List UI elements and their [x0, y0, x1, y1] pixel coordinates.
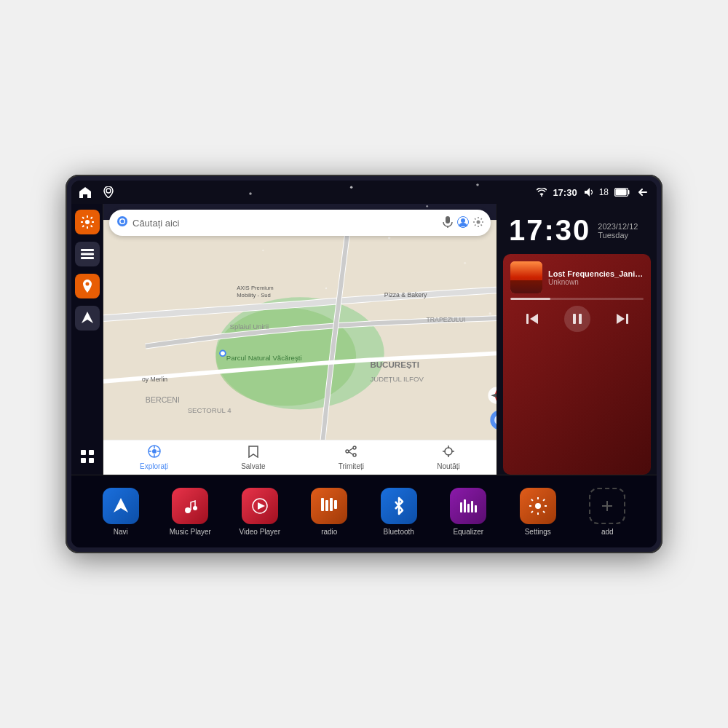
app-navi[interactable]: Navi — [99, 488, 143, 536]
svg-rect-34 — [446, 216, 450, 223]
map-status-icon[interactable] — [100, 184, 116, 200]
back-icon[interactable] — [636, 186, 648, 198]
add-icon-bg — [589, 488, 625, 524]
mic-icon[interactable] — [443, 216, 453, 230]
svg-rect-71 — [464, 499, 466, 513]
svg-rect-4 — [81, 249, 94, 251]
svg-rect-59 — [626, 314, 628, 324]
app-equalizer[interactable]: Equalizer — [446, 488, 490, 536]
sidebar-files[interactable] — [75, 242, 100, 266]
sidebar-grid[interactable] — [75, 444, 100, 469]
svg-text:JUDEȚUL ILFOV: JUDEȚUL ILFOV — [370, 375, 424, 383]
google-maps-icon — [116, 215, 128, 230]
svg-point-75 — [535, 503, 541, 509]
svg-rect-73 — [471, 501, 473, 513]
svg-text:Mobility - Sud: Mobility - Sud — [237, 292, 271, 298]
apps-row: Navi Music Player — [71, 475, 657, 547]
app-video-player[interactable]: Video Player — [238, 488, 282, 536]
svg-point-44 — [445, 448, 452, 455]
svg-text:Parcul Natural Văcărești: Parcul Natural Văcărești — [226, 354, 302, 362]
app-bluetooth[interactable]: Bluetooth — [377, 488, 421, 536]
main-content: BERCENI Splaiul Unirii BUCUREȘTI JUDEȚUL… — [71, 204, 657, 475]
music-title: Lost Frequencies_Janie... — [548, 269, 644, 278]
pause-button[interactable] — [564, 306, 590, 332]
clock-widget: 17:30 2023/12/12 Tuesday — [497, 204, 657, 254]
battery-icon — [614, 188, 630, 197]
sidebar-settings[interactable] — [75, 210, 100, 234]
music-controls — [510, 304, 644, 333]
music-text: Lost Frequencies_Janie... Unknown — [548, 269, 644, 286]
svg-rect-8 — [89, 450, 94, 455]
svg-rect-2 — [616, 189, 626, 195]
svg-text:Pizza & Bakery: Pizza & Bakery — [384, 291, 427, 298]
svg-point-41 — [353, 446, 356, 449]
map-area[interactable]: BERCENI Splaiul Unirii BUCUREȘTI JUDEȚUL… — [103, 204, 496, 475]
map-nav-saved[interactable]: Salvate — [241, 445, 265, 470]
sidebar-map[interactable] — [75, 274, 100, 298]
svg-rect-7 — [81, 450, 86, 455]
svg-marker-65 — [258, 502, 265, 510]
share-icon — [344, 445, 357, 461]
status-left — [77, 184, 116, 200]
equalizer-icon-bg — [450, 488, 486, 524]
video-player-label: Video Player — [239, 528, 280, 536]
settings-label: Settings — [525, 528, 551, 536]
svg-point-37 — [461, 218, 465, 223]
svg-rect-57 — [573, 314, 576, 324]
screen: 17:30 18 — [71, 181, 657, 547]
svg-text:TRAPEZULUI: TRAPEZULUI — [427, 316, 466, 323]
clock-date: 2023/12/12 Tuesday — [598, 222, 638, 240]
music-player-label: Music Player — [170, 528, 211, 536]
bluetooth-label: Bluetooth — [384, 528, 414, 536]
profile-icon[interactable] — [457, 216, 469, 230]
svg-rect-70 — [460, 502, 462, 513]
map-background: BERCENI Splaiul Unirii BUCUREȘTI JUDEȚUL… — [103, 204, 496, 475]
svg-point-33 — [121, 220, 124, 223]
wifi-icon — [537, 188, 547, 197]
svg-text:SECTORUL 4: SECTORUL 4 — [188, 406, 232, 414]
svg-text:oy Merlin: oy Merlin — [142, 376, 167, 383]
right-panel: 17:30 2023/12/12 Tuesday Lost Frequencie… — [496, 204, 657, 475]
navi-label: Navi — [114, 528, 128, 536]
svg-point-43 — [346, 450, 349, 453]
map-nav-share[interactable]: Trimiteți — [339, 445, 364, 470]
sidebar-nav[interactable] — [75, 306, 100, 331]
album-art — [510, 261, 542, 293]
app-add[interactable]: add — [585, 488, 629, 536]
svg-point-22 — [221, 351, 225, 355]
app-radio[interactable]: radio — [307, 488, 351, 536]
share-label: Trimiteți — [339, 462, 364, 470]
svg-marker-56 — [530, 314, 538, 324]
map-bottom-nav: Explorați Salvate Trimiteți — [103, 440, 496, 475]
volume-icon — [583, 187, 593, 197]
music-widget: Lost Frequencies_Janie... Unknown — [503, 254, 651, 475]
progress-fill — [510, 298, 550, 300]
updates-icon — [442, 445, 455, 461]
map-nav-explore[interactable]: Explorați — [140, 445, 168, 470]
music-progress-bar[interactable] — [510, 298, 644, 300]
radio-label: radio — [321, 528, 337, 536]
app-music-player[interactable]: Music Player — [168, 488, 212, 536]
svg-point-40 — [152, 449, 157, 454]
status-bar: 17:30 18 — [71, 181, 657, 204]
music-info: Lost Frequencies_Janie... Unknown — [510, 261, 644, 293]
updates-label: Noutăți — [437, 462, 460, 470]
svg-rect-10 — [89, 458, 94, 463]
battery-level: 18 — [599, 187, 609, 197]
svg-text:BERCENI: BERCENI — [146, 395, 180, 404]
music-artist: Unknown — [548, 278, 644, 286]
car-head-unit: 17:30 18 — [66, 175, 662, 553]
status-time: 17:30 — [553, 187, 577, 198]
app-settings[interactable]: Settings — [516, 488, 560, 536]
saved-label: Salvate — [241, 462, 265, 470]
sidebar — [71, 204, 103, 475]
map-nav-updates[interactable]: Noutăți — [437, 445, 460, 470]
next-button[interactable] — [609, 306, 635, 332]
prev-button[interactable] — [520, 306, 546, 332]
svg-rect-72 — [467, 504, 470, 513]
svg-point-42 — [353, 454, 356, 456]
map-settings-icon[interactable] — [473, 217, 483, 229]
svg-text:BUCUREȘTI: BUCUREȘTI — [370, 360, 419, 369]
home-icon[interactable] — [77, 184, 93, 200]
map-search-bar[interactable]: Căutați aici — [109, 210, 491, 236]
